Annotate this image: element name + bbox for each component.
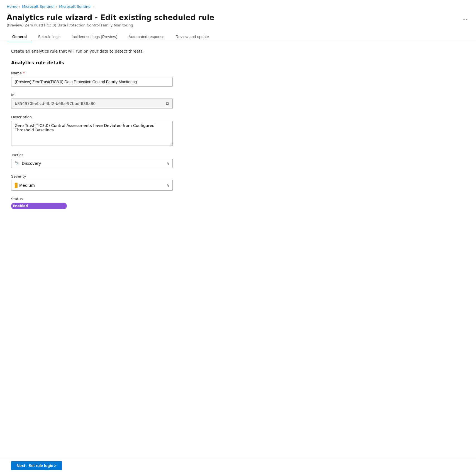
- section-title: Analytics rule details: [11, 60, 256, 65]
- name-field-group: Name *: [11, 71, 256, 87]
- description-field-group: Description Zero Trust(TIC3.0) Control A…: [11, 115, 256, 147]
- status-toggle[interactable]: Enabled: [11, 203, 256, 209]
- tactics-field-group: Tactics 🔭 Discovery ∨: [11, 153, 256, 168]
- description-textarea[interactable]: Zero Trust(TIC3.0) Control Assessments h…: [11, 121, 173, 146]
- page-title: Analytics rule wizard - Edit existing sc…: [7, 13, 214, 23]
- severity-select[interactable]: Medium ∨: [11, 180, 173, 191]
- description-label: Description: [11, 115, 256, 119]
- tactics-label: Tactics: [11, 153, 256, 157]
- breadcrumb-sentinel-2[interactable]: Microsoft Sentinel: [59, 4, 91, 9]
- copy-icon[interactable]: ⧉: [166, 101, 169, 106]
- status-field-group: Status Enabled: [11, 197, 256, 209]
- tactics-value: Discovery: [22, 161, 41, 166]
- page-header: Analytics rule wizard - Edit existing sc…: [0, 11, 476, 27]
- tab-incident-settings[interactable]: Incident settings (Preview): [66, 32, 123, 42]
- id-label: Id: [11, 93, 256, 97]
- tab-set-rule-logic[interactable]: Set rule logic: [32, 32, 66, 42]
- name-input[interactable]: [11, 77, 173, 87]
- tabs-container: General Set rule logic Incident settings…: [0, 32, 476, 42]
- tactics-icon: 🔭: [15, 161, 19, 166]
- id-field: b854970f-ebcd-4bf2-b68a-97bbdf838a80 ⧉: [11, 99, 173, 109]
- tab-general[interactable]: General: [7, 32, 32, 42]
- id-field-group: Id b854970f-ebcd-4bf2-b68a-97bbdf838a80 …: [11, 93, 256, 109]
- intro-text: Create an analytics rule that will run o…: [11, 49, 256, 53]
- tab-review-update[interactable]: Review and update: [170, 32, 214, 42]
- severity-chevron-icon: ∨: [167, 183, 170, 188]
- tab-automated-response[interactable]: Automated response: [123, 32, 170, 42]
- breadcrumb: Home › Microsoft Sentinel › Microsoft Se…: [0, 0, 476, 11]
- severity-color-indicator: [15, 183, 18, 188]
- id-value: b854970f-ebcd-4bf2-b68a-97bbdf838a80: [15, 101, 96, 106]
- severity-field-group: Severity Medium ∨: [11, 174, 256, 191]
- main-content: Create an analytics rule that will run o…: [0, 42, 267, 238]
- toggle-container[interactable]: Enabled: [11, 203, 67, 209]
- name-label: Name *: [11, 71, 256, 75]
- required-star: *: [23, 71, 25, 75]
- severity-select-wrapper: Medium ∨: [11, 180, 173, 191]
- page-subtitle: (Preview) ZeroTrust(TIC3.0) Data Protect…: [7, 23, 214, 27]
- tactics-chevron-icon: ∨: [167, 161, 170, 166]
- severity-value: Medium: [19, 183, 35, 188]
- severity-label: Severity: [11, 174, 256, 178]
- status-label: Status: [11, 197, 256, 201]
- breadcrumb-home[interactable]: Home: [7, 4, 17, 9]
- tactics-select-wrapper: 🔭 Discovery ∨: [11, 159, 173, 168]
- more-options-button[interactable]: ···: [460, 15, 469, 23]
- breadcrumb-sentinel-1[interactable]: Microsoft Sentinel: [22, 4, 54, 9]
- status-value: Enabled: [13, 204, 28, 208]
- tactics-select[interactable]: 🔭 Discovery ∨: [11, 159, 173, 168]
